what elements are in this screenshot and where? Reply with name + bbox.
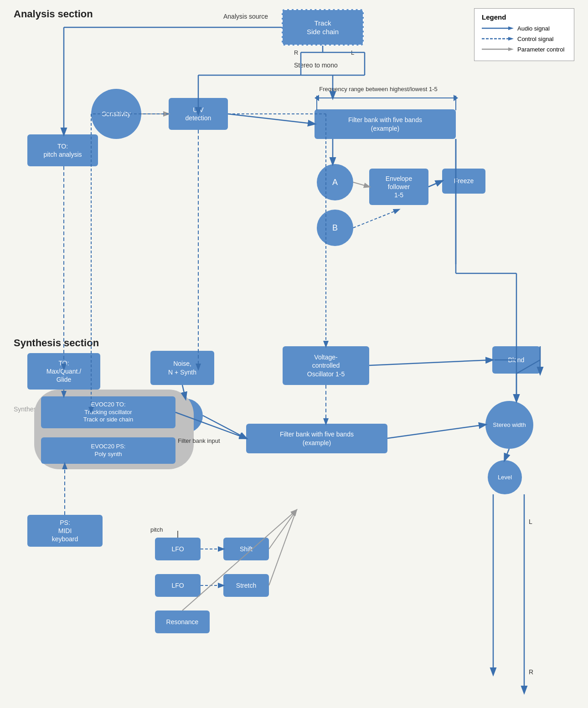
pitch-analysis-box[interactable]: TO: pitch analysis	[27, 134, 98, 166]
ps-midi-box[interactable]: PS: MIDI keyboard	[27, 515, 103, 547]
to-max-quant-box[interactable]: TO: Max/Quant./ Glide	[27, 353, 100, 390]
vco-box[interactable]: Voltage- controlled Oscillator 1-5	[283, 346, 369, 385]
analysis-source-label: Analysis source	[223, 13, 268, 20]
svg-line-34	[428, 181, 442, 187]
envelope-follower-box[interactable]: Envelope follower 1-5	[369, 169, 428, 205]
stereo-to-mono-label: Stereo to mono	[294, 62, 338, 69]
svg-line-42	[505, 449, 509, 460]
svg-marker-3	[508, 37, 514, 41]
r-label: R	[294, 49, 298, 56]
legend-param: Parameter control	[482, 46, 567, 53]
legend-title: Legend	[482, 13, 567, 21]
stretch-box[interactable]: Stretch	[223, 574, 269, 597]
legend-audio: Audio signal	[482, 25, 567, 32]
diagram-container: Legend Audio signal Control signal Param…	[0, 0, 588, 708]
legend-audio-label: Audio signal	[517, 25, 550, 32]
lfo2-box[interactable]: LFO	[155, 574, 201, 597]
circle-b: B	[317, 210, 353, 246]
svg-line-33	[353, 210, 399, 228]
freeze-box[interactable]: Freeze	[442, 169, 485, 194]
svg-line-50	[203, 416, 246, 438]
svg-line-21	[228, 114, 315, 124]
freq-range-label: Frequency range between highest/lowest 1…	[310, 86, 447, 92]
filter-bank-synth-box[interactable]: Filter bank with five bands (example)	[246, 424, 387, 453]
svg-line-58	[269, 510, 296, 549]
filter-bank-analysis-box[interactable]: Filter bank with five bands (example)	[315, 109, 456, 139]
svg-marker-5	[508, 47, 514, 51]
svg-line-66	[369, 360, 492, 365]
evoc20-to-box[interactable]: EVOC20 TO: Tracking oscillator Track or …	[41, 396, 175, 428]
lfo1-box[interactable]: LFO	[155, 538, 201, 560]
legend-control-label: Control signal	[517, 36, 554, 42]
svg-line-59	[269, 510, 296, 585]
noise-n-synth-box[interactable]: Noise, N + Synth	[150, 351, 214, 385]
legend-control: Control signal	[482, 35, 567, 42]
svg-marker-1	[508, 26, 514, 30]
circle-a: A	[317, 164, 353, 200]
svg-text:L: L	[529, 518, 532, 525]
stereo-width-circle: Stereo width	[485, 401, 533, 449]
svg-line-52	[387, 425, 485, 438]
level-stereo-circle: Level	[488, 460, 522, 494]
track-sidechain-box[interactable]: Track Side chain	[282, 9, 364, 46]
shift-box[interactable]: Shift	[223, 538, 269, 560]
analysis-section-label: Analysis section	[14, 8, 93, 20]
svg-line-32	[353, 182, 369, 187]
uv-detection-box[interactable]: U/V detection	[169, 98, 228, 130]
svg-marker-26	[454, 95, 458, 101]
filter-bank-input-label: Filter bank input	[178, 437, 220, 444]
resonance-box[interactable]: Resonance	[155, 611, 210, 633]
sensitivity-circle[interactable]: Sensitivity	[91, 89, 141, 139]
pitch-label: pitch	[150, 526, 163, 533]
evoc20-ps-box[interactable]: EVOC20 PS: Poly synth	[41, 437, 175, 464]
svg-text:R: R	[529, 668, 533, 676]
l-label: L	[351, 49, 354, 56]
svg-marker-25	[315, 95, 319, 101]
legend-box: Legend Audio signal Control signal Param…	[474, 8, 574, 61]
synthesis-section-label: Synthesis section	[14, 337, 99, 349]
blend-box[interactable]: Blend	[492, 346, 540, 374]
legend-param-label: Parameter control	[517, 46, 564, 53]
